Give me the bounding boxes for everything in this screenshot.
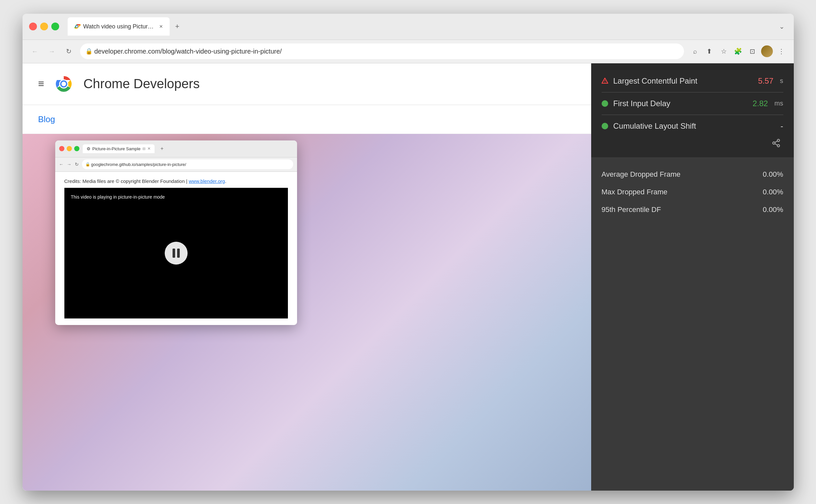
share-metrics-button[interactable]: [772, 138, 781, 150]
traffic-lights: [29, 23, 59, 30]
page-background: ⚙ Picture-in-Picture Sample ⊟ ✕ + ← → ↻: [23, 134, 591, 491]
inner-web-content: Credits: Media files are © copyright Ble…: [55, 172, 297, 325]
inner-reload-button[interactable]: ↻: [75, 162, 79, 167]
fid-value: 2.82: [753, 99, 768, 108]
extension-icon[interactable]: 🧩: [732, 45, 744, 57]
hamburger-menu-icon[interactable]: ≡: [38, 78, 44, 90]
chrome-logo: [52, 72, 75, 96]
inner-maximize-button[interactable]: [74, 146, 79, 151]
pause-icon: [172, 249, 180, 258]
frame-row-avg: Average Dropped Frame 0.00%: [602, 166, 783, 183]
inner-address-input[interactable]: [82, 159, 293, 169]
p95-dropped-value: 0.00%: [763, 205, 783, 214]
browser-window: Watch video using Picture-in-P ✕ + ⌄ ← →…: [23, 14, 794, 491]
blender-link[interactable]: www.blender.org: [188, 178, 225, 184]
inner-lock-icon: 🔒: [85, 162, 90, 167]
cwv-row-lcp: ! Largest Contentful Paint 5.57 s: [602, 71, 783, 91]
avg-dropped-value: 0.00%: [763, 170, 783, 179]
inner-minimize-button[interactable]: [67, 146, 72, 151]
tab-menu-button[interactable]: ⌄: [776, 20, 787, 33]
tab-bar: Watch video using Picture-in-P ✕ +: [68, 17, 771, 36]
svg-line-14: [775, 141, 777, 142]
inner-tab-close-button[interactable]: ✕: [147, 146, 151, 151]
pause-button[interactable]: [165, 242, 188, 265]
inner-close-button[interactable]: [59, 146, 64, 151]
lcp-unit: s: [780, 77, 783, 85]
svg-text:!: !: [604, 79, 606, 83]
web-content: ≡: [23, 63, 591, 491]
inner-address-wrapper: 🔒: [82, 159, 293, 169]
reload-button[interactable]: ↻: [63, 45, 75, 57]
inner-tab-view-icon: ⊟: [142, 147, 145, 151]
svg-line-13: [775, 143, 777, 145]
avatar[interactable]: [761, 45, 773, 57]
video-player: This video is playing in picture-in-pict…: [64, 188, 288, 318]
cwv-section: ! Largest Contentful Paint 5.57 s First …: [591, 63, 794, 158]
lcp-indicator: !: [602, 78, 608, 84]
frame-row-max: Max Dropped Frame 0.00%: [602, 183, 783, 201]
close-button[interactable]: [29, 23, 37, 30]
tab-favicon: [73, 23, 81, 30]
inner-traffic-lights: [59, 146, 79, 151]
blog-link[interactable]: Blog: [38, 114, 55, 124]
inner-address-bar: ← → ↻ 🔒: [55, 157, 297, 172]
inner-forward-button[interactable]: →: [67, 162, 72, 167]
address-input[interactable]: [80, 43, 684, 59]
tab-title: Watch video using Picture-in-P: [83, 23, 155, 30]
back-button[interactable]: ←: [29, 45, 41, 57]
blog-nav: Blog: [23, 105, 591, 134]
title-bar: Watch video using Picture-in-P ✕ + ⌄: [23, 14, 794, 40]
minimize-button[interactable]: [40, 23, 48, 30]
new-tab-button[interactable]: +: [171, 20, 184, 33]
frame-row-p95: 95th Percentile DF 0.00%: [602, 201, 783, 219]
lock-icon: 🔒: [85, 48, 92, 55]
share-icon[interactable]: ⬆: [704, 45, 715, 57]
cls-label: Cumulative Layout Shift: [613, 122, 775, 131]
cwv-row-fid: First Input Delay 2.82 ms: [602, 94, 783, 113]
toolbar-icons: ⌕ ⬆ ☆ 🧩 ⊡ ⋮: [689, 45, 787, 57]
bookmark-icon[interactable]: ☆: [718, 45, 730, 57]
inner-title-bar: ⚙ Picture-in-Picture Sample ⊟ ✕ +: [55, 140, 297, 157]
svg-point-11: [773, 142, 775, 144]
video-caption: This video is playing in picture-in-pict…: [71, 194, 165, 200]
site-header: ≡: [23, 63, 591, 105]
active-tab[interactable]: Watch video using Picture-in-P ✕: [68, 17, 170, 36]
fid-indicator: [602, 100, 608, 107]
p95-dropped-label: 95th Percentile DF: [602, 205, 763, 214]
lcp-label: Largest Contentful Paint: [613, 76, 753, 86]
max-dropped-value: 0.00%: [763, 188, 783, 196]
menu-button[interactable]: ⋮: [775, 45, 787, 57]
inner-credits-text: Credits: Media files are © copyright Ble…: [64, 178, 288, 184]
fid-unit: ms: [775, 100, 783, 107]
fid-label: First Input Delay: [613, 99, 748, 108]
cwv-row-cls: Cumulative Layout Shift -: [602, 116, 783, 136]
svg-point-10: [777, 139, 779, 141]
cls-value: -: [781, 122, 783, 131]
inner-browser-window: ⚙ Picture-in-Picture Sample ⊟ ✕ + ← → ↻: [55, 140, 297, 325]
forward-button[interactable]: →: [46, 45, 58, 57]
lcp-value: 5.57: [758, 76, 774, 86]
cls-indicator: [602, 123, 608, 129]
inner-tab-favicon: ⚙: [87, 146, 90, 151]
inner-active-tab[interactable]: ⚙ Picture-in-Picture Sample ⊟ ✕: [83, 144, 155, 153]
inner-tab-title: Picture-in-Picture Sample: [92, 146, 140, 151]
share-button-container: [602, 138, 783, 150]
avg-dropped-label: Average Dropped Frame: [602, 170, 763, 179]
svg-point-3: [76, 26, 77, 27]
tab-close-button[interactable]: ✕: [158, 23, 164, 30]
address-wrapper: 🔒: [80, 43, 684, 59]
site-title: Chrome Developers: [83, 76, 200, 91]
svg-point-12: [777, 144, 779, 147]
max-dropped-label: Max Dropped Frame: [602, 188, 763, 196]
window-icon[interactable]: ⊡: [747, 45, 759, 57]
address-bar: ← → ↻ 🔒 ⌕ ⬆ ☆ 🧩 ⊡ ⋮: [23, 40, 794, 63]
inner-back-button[interactable]: ←: [59, 162, 64, 167]
maximize-button[interactable]: [51, 23, 59, 30]
content-area: ≡: [23, 63, 794, 491]
search-icon[interactable]: ⌕: [689, 45, 701, 57]
inner-new-tab-button[interactable]: +: [158, 144, 166, 153]
svg-point-7: [61, 82, 66, 86]
metrics-panel: ! Largest Contentful Paint 5.57 s First …: [591, 63, 794, 491]
frame-section: Average Dropped Frame 0.00% Max Dropped …: [591, 158, 794, 491]
